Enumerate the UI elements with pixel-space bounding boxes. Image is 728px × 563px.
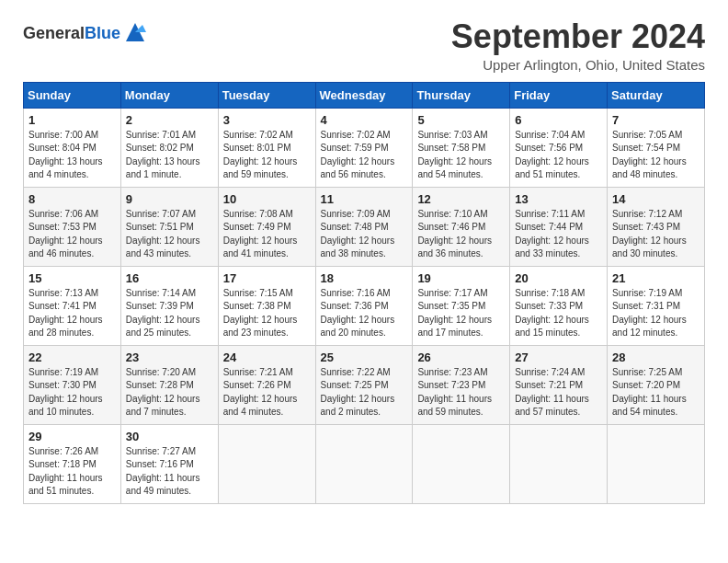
day-info: Sunrise: 7:01 AMSunset: 8:02 PMDaylight:… [126, 129, 213, 182]
calendar-cell: 6Sunrise: 7:04 AMSunset: 7:56 PMDaylight… [510, 108, 608, 187]
day-number: 23 [126, 350, 213, 364]
calendar-cell: 10Sunrise: 7:08 AMSunset: 7:49 PMDayligh… [218, 187, 315, 266]
day-info: Sunrise: 7:16 AMSunset: 7:36 PMDaylight:… [321, 287, 408, 340]
calendar-cell: 30Sunrise: 7:27 AMSunset: 7:16 PMDayligh… [120, 424, 218, 503]
calendar-cell: 22Sunrise: 7:19 AMSunset: 7:30 PMDayligh… [24, 345, 121, 424]
calendar-table: SundayMondayTuesdayWednesdayThursdayFrid… [23, 82, 705, 504]
weekday-header-tuesday: Tuesday [218, 82, 315, 108]
day-number: 8 [28, 192, 116, 206]
weekday-header-thursday: Thursday [413, 82, 510, 108]
day-info: Sunrise: 7:19 AMSunset: 7:30 PMDaylight:… [28, 366, 116, 419]
day-number: 9 [126, 192, 213, 206]
calendar-cell: 7Sunrise: 7:05 AMSunset: 7:54 PMDaylight… [608, 108, 705, 187]
day-info: Sunrise: 7:24 AMSunset: 7:21 PMDaylight:… [515, 366, 602, 419]
day-info: Sunrise: 7:15 AMSunset: 7:38 PMDaylight:… [223, 287, 311, 340]
day-number: 6 [515, 113, 602, 127]
day-info: Sunrise: 7:22 AMSunset: 7:25 PMDaylight:… [321, 366, 408, 419]
calendar-cell: 16Sunrise: 7:14 AMSunset: 7:39 PMDayligh… [120, 266, 218, 345]
calendar-cell: 24Sunrise: 7:21 AMSunset: 7:26 PMDayligh… [218, 345, 315, 424]
day-number: 25 [321, 350, 408, 364]
weekday-header-friday: Friday [510, 82, 608, 108]
calendar-cell: 17Sunrise: 7:15 AMSunset: 7:38 PMDayligh… [218, 266, 315, 345]
day-number: 19 [417, 271, 505, 285]
calendar-week-row: 8Sunrise: 7:06 AMSunset: 7:53 PMDaylight… [24, 187, 705, 266]
day-info: Sunrise: 7:27 AMSunset: 7:16 PMDaylight:… [126, 445, 213, 499]
day-number: 18 [321, 271, 408, 285]
calendar-cell [315, 424, 413, 503]
calendar-cell: 15Sunrise: 7:13 AMSunset: 7:41 PMDayligh… [24, 266, 121, 345]
day-number: 1 [28, 113, 116, 127]
day-number: 16 [126, 271, 213, 285]
calendar-cell: 23Sunrise: 7:20 AMSunset: 7:28 PMDayligh… [120, 345, 218, 424]
day-number: 27 [515, 350, 602, 364]
day-info: Sunrise: 7:20 AMSunset: 7:28 PMDaylight:… [126, 366, 213, 419]
calendar-subtitle: Upper Arlington, Ohio, United States [451, 57, 705, 73]
calendar-cell: 19Sunrise: 7:17 AMSunset: 7:35 PMDayligh… [413, 266, 510, 345]
day-info: Sunrise: 7:25 AMSunset: 7:20 PMDaylight:… [612, 366, 700, 419]
day-info: Sunrise: 7:14 AMSunset: 7:39 PMDaylight:… [126, 287, 213, 340]
day-number: 29 [28, 430, 116, 443]
day-number: 30 [126, 430, 213, 443]
day-info: Sunrise: 7:04 AMSunset: 7:56 PMDaylight:… [515, 129, 602, 182]
day-info: Sunrise: 7:07 AMSunset: 7:51 PMDaylight:… [126, 208, 213, 261]
day-number: 2 [126, 113, 213, 127]
calendar-week-row: 15Sunrise: 7:13 AMSunset: 7:41 PMDayligh… [24, 266, 705, 345]
calendar-cell: 11Sunrise: 7:09 AMSunset: 7:48 PMDayligh… [315, 187, 413, 266]
day-number: 5 [417, 113, 505, 127]
day-number: 10 [223, 192, 311, 206]
calendar-cell: 27Sunrise: 7:24 AMSunset: 7:21 PMDayligh… [510, 345, 608, 424]
day-info: Sunrise: 7:02 AMSunset: 7:59 PMDaylight:… [321, 129, 408, 182]
logo-icon [122, 19, 148, 45]
weekday-header-monday: Monday [120, 82, 218, 108]
day-info: Sunrise: 7:26 AMSunset: 7:18 PMDaylight:… [28, 445, 116, 499]
day-number: 14 [612, 192, 700, 206]
calendar-cell: 26Sunrise: 7:23 AMSunset: 7:23 PMDayligh… [413, 345, 510, 424]
day-info: Sunrise: 7:02 AMSunset: 8:01 PMDaylight:… [223, 129, 311, 182]
day-info: Sunrise: 7:23 AMSunset: 7:23 PMDaylight:… [417, 366, 505, 419]
calendar-cell: 12Sunrise: 7:10 AMSunset: 7:46 PMDayligh… [413, 187, 510, 266]
day-number: 28 [612, 350, 700, 364]
calendar-cell: 13Sunrise: 7:11 AMSunset: 7:44 PMDayligh… [510, 187, 608, 266]
calendar-cell: 14Sunrise: 7:12 AMSunset: 7:43 PMDayligh… [608, 187, 705, 266]
calendar-cell: 21Sunrise: 7:19 AMSunset: 7:31 PMDayligh… [608, 266, 705, 345]
day-number: 22 [28, 350, 116, 364]
weekday-header-saturday: Saturday [608, 82, 705, 108]
calendar-cell: 8Sunrise: 7:06 AMSunset: 7:53 PMDaylight… [24, 187, 121, 266]
day-info: Sunrise: 7:08 AMSunset: 7:49 PMDaylight:… [223, 208, 311, 261]
day-info: Sunrise: 7:00 AMSunset: 8:04 PMDaylight:… [28, 129, 116, 182]
day-info: Sunrise: 7:06 AMSunset: 7:53 PMDaylight:… [28, 208, 116, 261]
day-number: 26 [417, 350, 505, 364]
day-number: 13 [515, 192, 602, 206]
calendar-cell: 18Sunrise: 7:16 AMSunset: 7:36 PMDayligh… [315, 266, 413, 345]
calendar-cell: 2Sunrise: 7:01 AMSunset: 8:02 PMDaylight… [120, 108, 218, 187]
calendar-cell: 25Sunrise: 7:22 AMSunset: 7:25 PMDayligh… [315, 345, 413, 424]
calendar-cell: 4Sunrise: 7:02 AMSunset: 7:59 PMDaylight… [315, 108, 413, 187]
day-info: Sunrise: 7:21 AMSunset: 7:26 PMDaylight:… [223, 366, 311, 419]
day-number: 11 [321, 192, 408, 206]
calendar-week-row: 29Sunrise: 7:26 AMSunset: 7:18 PMDayligh… [24, 424, 705, 503]
day-info: Sunrise: 7:11 AMSunset: 7:44 PMDaylight:… [515, 208, 602, 261]
logo: GeneralBlue [23, 23, 148, 45]
day-number: 15 [28, 271, 116, 285]
day-info: Sunrise: 7:10 AMSunset: 7:46 PMDaylight:… [417, 208, 505, 261]
weekday-header-wednesday: Wednesday [315, 82, 413, 108]
day-number: 24 [223, 350, 311, 364]
calendar-cell: 5Sunrise: 7:03 AMSunset: 7:58 PMDaylight… [413, 108, 510, 187]
day-info: Sunrise: 7:13 AMSunset: 7:41 PMDaylight:… [28, 287, 116, 340]
calendar-title: September 2024 [451, 18, 705, 55]
page-header: GeneralBlue September 2024 Upper Arlingt… [23, 18, 705, 73]
day-info: Sunrise: 7:09 AMSunset: 7:48 PMDaylight:… [321, 208, 408, 261]
day-number: 17 [223, 271, 311, 285]
calendar-week-row: 22Sunrise: 7:19 AMSunset: 7:30 PMDayligh… [24, 345, 705, 424]
day-number: 21 [612, 271, 700, 285]
calendar-week-row: 1Sunrise: 7:00 AMSunset: 8:04 PMDaylight… [24, 108, 705, 187]
day-info: Sunrise: 7:05 AMSunset: 7:54 PMDaylight:… [612, 129, 700, 182]
day-number: 20 [515, 271, 602, 285]
logo-general: General [23, 24, 85, 42]
day-number: 12 [417, 192, 505, 206]
calendar-cell: 9Sunrise: 7:07 AMSunset: 7:51 PMDaylight… [120, 187, 218, 266]
weekday-header-row: SundayMondayTuesdayWednesdayThursdayFrid… [24, 82, 705, 108]
calendar-cell [510, 424, 608, 503]
day-number: 7 [612, 113, 700, 127]
weekday-header-sunday: Sunday [24, 82, 121, 108]
